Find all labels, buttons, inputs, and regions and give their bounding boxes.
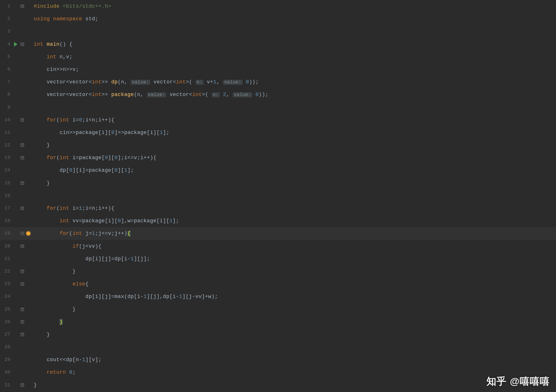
code-content[interactable]: } (31, 303, 76, 316)
code-line[interactable]: 6 cin>>n>>v; (0, 63, 556, 76)
code-content[interactable]: for(int i=0;i<n;i++){ (31, 114, 115, 126)
fold-gutter[interactable]: − (19, 156, 25, 159)
code-content[interactable]: dp[0][i]=package[0][1]; (31, 164, 134, 177)
code-content[interactable]: cin>>n>>v; (31, 63, 79, 76)
fold-gutter[interactable]: ⌃ (19, 270, 25, 273)
fold-gutter[interactable]: − (19, 232, 25, 235)
code-line[interactable]: 23− else{ (0, 278, 556, 290)
code-line[interactable]: 29 cout<<dp[n-1][v]; (0, 353, 556, 366)
code-content[interactable]: cout<<dp[n-1][v]; (31, 353, 101, 366)
run-gutter[interactable] (12, 42, 19, 47)
code-line[interactable]: 14 dp[0][i]=package[0][1]; (0, 164, 556, 177)
code-line[interactable]: 20− if(j<vv){ (0, 240, 556, 253)
code-content[interactable]: } (31, 379, 37, 391)
code-line[interactable]: 15⌃ } (0, 177, 556, 189)
fold-gutter[interactable]: − (19, 245, 25, 248)
code-line[interactable]: 7 vector<vector<int>> dp(n, value: vecto… (0, 76, 556, 88)
fold-gutter[interactable]: − (19, 207, 25, 210)
code-content[interactable]: int main() { (31, 38, 73, 51)
fold-close-icon[interactable]: ⌃ (21, 143, 24, 147)
code-content[interactable]: int vv=package[i][0],w=package[i][1]; (31, 215, 179, 227)
fold-close-icon[interactable]: ⌃ (21, 383, 24, 387)
code-content[interactable]: } (31, 328, 50, 341)
code-content[interactable]: } (31, 316, 63, 328)
fold-close-icon[interactable]: ⌃ (21, 308, 24, 311)
token-plain: std; (85, 16, 98, 22)
fold-gutter[interactable]: ⌃ (19, 320, 25, 324)
code-content[interactable]: for(int i=package[0][0];i<=v;i++){ (31, 151, 157, 164)
fold-open-icon[interactable]: − (21, 5, 24, 8)
code-line[interactable]: 24 dp[i][j]=max(dp[i-1][j],dp[i-1][j-vv]… (0, 290, 556, 303)
fold-open-icon[interactable]: − (21, 43, 24, 46)
fold-close-icon[interactable]: ⌃ (21, 270, 24, 273)
fold-gutter[interactable]: ⌃ (19, 308, 25, 311)
fold-close-icon[interactable]: ⌃ (21, 181, 24, 185)
code-line[interactable]: 18 int vv=package[i][0],w=package[i][1]; (0, 215, 556, 227)
code-content[interactable]: using namespace std; (31, 13, 98, 25)
code-content[interactable]: if(j<vv){ (31, 240, 101, 253)
code-content[interactable]: } (31, 265, 76, 278)
token-hint-bg: value: (147, 92, 167, 97)
fold-open-icon[interactable]: − (21, 245, 24, 248)
line-number: 28 (0, 341, 12, 353)
lightbulb-icon[interactable] (26, 231, 30, 235)
fold-gutter[interactable]: ⌃ (19, 181, 25, 185)
code-line[interactable]: 1−#include <bits/stdc++.h> (0, 0, 556, 13)
code-line[interactable]: 16 (0, 189, 556, 202)
code-line[interactable]: 28 (0, 341, 556, 353)
code-line[interactable]: 13− for(int i=package[0][0];i<=v;i++){ (0, 151, 556, 164)
code-line[interactable]: 10− for(int i=0;i<n;i++){ (0, 114, 556, 126)
code-content[interactable]: else{ (31, 278, 89, 290)
code-content[interactable]: for(int i=1;i<n;i++){ (31, 202, 115, 215)
code-content[interactable]: for(int j=1;j<=v;j++){ (31, 227, 131, 240)
code-line[interactable]: 31⌃} (0, 379, 556, 391)
code-content[interactable]: cin>>package[i][0]>>package[i][1]; (31, 126, 170, 139)
code-line[interactable]: 12⌃ } (0, 139, 556, 151)
code-editor[interactable]: 1−#include <bits/stdc++.h>2using namespa… (0, 0, 556, 392)
code-line[interactable]: 30 return 0; (0, 366, 556, 379)
token-plain: j= (85, 231, 92, 236)
code-line[interactable]: 5 int n,v; (0, 51, 556, 63)
fold-close-icon[interactable]: ⌃ (21, 333, 24, 336)
code-line[interactable]: 22⌃ } (0, 265, 556, 278)
fold-close-icon[interactable]: ⌃ (21, 320, 24, 324)
run-icon[interactable] (14, 42, 17, 47)
fold-open-icon[interactable]: − (21, 118, 24, 122)
fold-gutter[interactable]: − (19, 5, 25, 8)
code-line[interactable]: 25⌃ } (0, 303, 556, 316)
fold-open-icon[interactable]: − (21, 207, 24, 210)
fold-open-icon[interactable]: − (21, 156, 24, 159)
code-line[interactable]: 11 cin>>package[i][0]>>package[i][1]; (0, 126, 556, 139)
fold-open-icon[interactable]: − (21, 282, 24, 286)
code-line[interactable]: 3 (0, 25, 556, 38)
intention-gutter[interactable] (25, 231, 31, 235)
code-line[interactable]: 9 (0, 101, 556, 114)
code-line[interactable]: 17− for(int i=1;i<n;i++){ (0, 202, 556, 215)
code-content[interactable]: int n,v; (31, 51, 73, 63)
code-line[interactable]: 21 dp[i][j]=dp[i-1][j]; (0, 253, 556, 265)
code-content[interactable]: vector<vector<int>> dp(n, value: vector<… (31, 76, 259, 89)
fold-gutter[interactable]: − (19, 118, 25, 122)
code-line[interactable]: 4−int main() { (0, 38, 556, 51)
line-number: 25 (0, 303, 12, 316)
token-plain: vector<vector< (34, 92, 92, 97)
code-line[interactable]: 2using namespace std; (0, 13, 556, 25)
code-line[interactable]: 8 vector<vector<int>> package(n, value: … (0, 88, 556, 101)
fold-gutter[interactable]: − (19, 282, 25, 286)
fold-gutter[interactable]: ⌃ (19, 383, 25, 387)
fold-gutter[interactable]: ⌃ (19, 143, 25, 147)
code-content[interactable]: dp[i][j]=dp[i-1][j]; (31, 253, 150, 265)
fold-gutter[interactable]: − (19, 43, 25, 46)
code-content[interactable]: } (31, 177, 50, 189)
code-line[interactable]: 19− for(int j=1;j<=v;j++){ (0, 227, 556, 240)
code-content[interactable]: return 0; (31, 366, 76, 379)
code-line[interactable]: 26⌃ } (0, 316, 556, 328)
fold-gutter[interactable]: ⌃ (19, 333, 25, 336)
code-content[interactable]: #include <bits/stdc++.h> (31, 0, 111, 13)
code-line[interactable]: 27⌃ } (0, 328, 556, 341)
code-content[interactable]: } (31, 139, 50, 151)
line-number: 4 (0, 38, 12, 51)
code-content[interactable]: dp[i][j]=max(dp[i-1][j],dp[i-1][j-vv]+w)… (31, 290, 218, 303)
code-content[interactable]: vector<vector<int>> package(n, value: ve… (31, 88, 268, 101)
fold-open-icon[interactable]: − (21, 232, 24, 235)
